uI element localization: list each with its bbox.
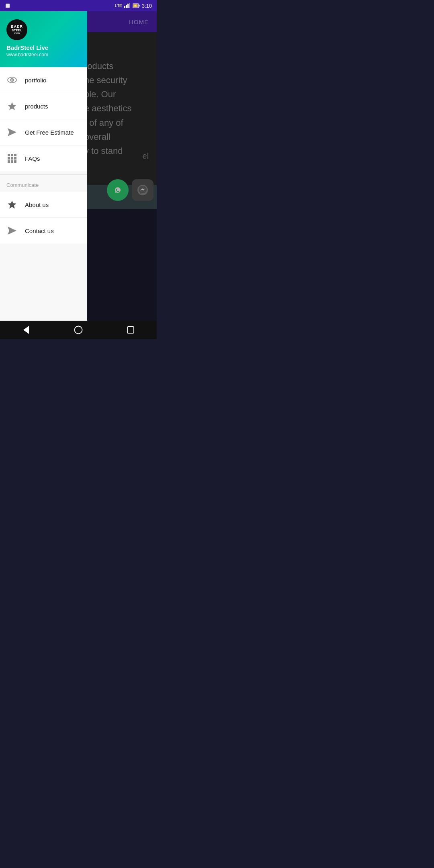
svg-rect-28 [127, 327, 134, 333]
svg-rect-20 [14, 157, 16, 160]
bg-text: roducts he security ple. Our e aesthetic… [84, 59, 149, 158]
home-label: HOME [129, 18, 149, 25]
svg-rect-6 [139, 5, 139, 7]
status-icons: LTE 3:10 [115, 3, 152, 9]
site-name: BadrSteel Live [6, 44, 81, 51]
site-url: www.badrsteel.com [6, 52, 81, 57]
home-circle-icon [74, 326, 83, 334]
svg-marker-24 [8, 201, 16, 209]
svg-rect-23 [14, 160, 16, 163]
svg-marker-25 [8, 227, 16, 235]
svg-marker-26 [23, 326, 29, 334]
svg-marker-13 [8, 102, 16, 110]
nav-label-portfolio: portfolio [25, 77, 46, 84]
svg-point-27 [75, 326, 82, 334]
svg-rect-4 [129, 3, 130, 8]
bg-bottom-text: el [142, 151, 149, 161]
site-logo: BADR STEEL .COM [6, 19, 27, 40]
clock: 3:10 [142, 3, 152, 9]
whatsapp-fab[interactable] [107, 179, 129, 201]
nav-label-contact: Contact us [25, 227, 54, 234]
svg-rect-15 [8, 154, 10, 156]
svg-rect-1 [124, 6, 125, 8]
logo-line1: BADR [11, 25, 23, 29]
drawer-nav: portfolio products [0, 67, 87, 321]
communicate-nav-section: About us Contact us [0, 192, 87, 244]
nav-item-portfolio[interactable]: portfolio [0, 67, 87, 93]
bottom-nav [0, 321, 157, 339]
eye-icon [6, 74, 18, 86]
fab-container [107, 179, 154, 201]
messenger-fab[interactable] [132, 179, 154, 201]
svg-rect-18 [8, 157, 10, 160]
nav-item-estimate[interactable]: Get Free Estimate [0, 119, 87, 145]
main-layout: HOME roducts he security ple. Our e aest… [0, 11, 157, 321]
nav-item-faqs[interactable]: FAQs [0, 145, 87, 171]
back-icon [22, 326, 31, 334]
side-drawer: BADR STEEL .COM BadrSteel Live www.badrs… [0, 11, 87, 321]
notification-area [5, 3, 10, 8]
recents-icon [127, 326, 134, 334]
grid-icon [6, 153, 18, 164]
nav-label-about: About us [25, 201, 49, 208]
nav-label-products: products [25, 103, 48, 110]
arrow-icon-estimate [6, 127, 18, 138]
sim-card-icon [5, 3, 10, 8]
arrow-icon-contact [6, 225, 18, 236]
svg-rect-2 [126, 5, 127, 8]
star-icon-about [6, 199, 18, 210]
nav-label-estimate: Get Free Estimate [25, 129, 74, 136]
nav-item-contact[interactable]: Contact us [0, 218, 87, 244]
logo-line2: STEEL [11, 29, 23, 32]
star-icon-products [6, 100, 18, 112]
drawer-header: BADR STEEL .COM BadrSteel Live www.badrs… [0, 11, 87, 67]
battery-icon [133, 3, 140, 8]
svg-rect-3 [127, 4, 129, 8]
svg-point-12 [11, 79, 13, 81]
nav-item-about[interactable]: About us [0, 192, 87, 218]
nav-item-products[interactable]: products [0, 93, 87, 119]
communicate-section-header: Communicate [0, 175, 87, 192]
status-bar: LTE 3:10 [0, 0, 157, 11]
communicate-label: Communicate [6, 182, 39, 188]
home-button[interactable] [70, 322, 86, 338]
messenger-icon [137, 184, 149, 196]
svg-marker-14 [8, 128, 16, 136]
recents-button[interactable] [123, 322, 139, 338]
svg-rect-19 [11, 157, 13, 160]
signal-icon [124, 3, 131, 8]
svg-rect-22 [11, 160, 13, 163]
svg-rect-0 [6, 4, 10, 8]
svg-rect-16 [11, 154, 13, 156]
logo-line3: .COM [11, 32, 23, 35]
svg-rect-21 [8, 160, 10, 163]
nav-label-faqs: FAQs [25, 155, 40, 162]
logo-text: BADR STEEL .COM [11, 25, 23, 35]
back-button[interactable] [18, 322, 34, 338]
lte-label: LTE [115, 4, 122, 8]
whatsapp-icon [112, 184, 123, 196]
svg-rect-17 [14, 154, 16, 156]
main-nav-section: portfolio products [0, 67, 87, 171]
